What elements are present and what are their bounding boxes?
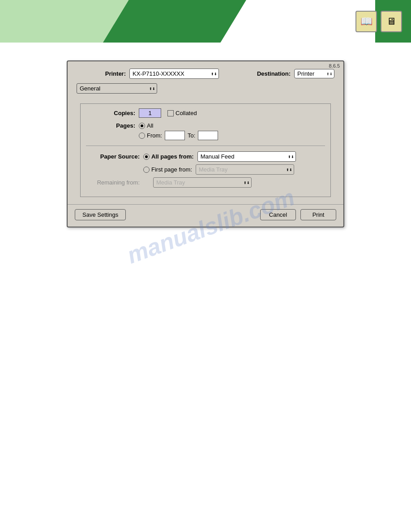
header-bar: 📖 🖥 (0, 0, 411, 43)
collated-text: Collated (176, 110, 197, 116)
destination-select[interactable]: Printer (294, 69, 334, 78)
all-pages-row: Paper Source: All pages from: Manual Fee… (86, 151, 325, 162)
print-button[interactable]: Print (300, 209, 336, 220)
pages-from-input[interactable] (165, 131, 185, 140)
dialog-version: 8.6.5 (329, 63, 340, 69)
general-select[interactable]: General (77, 83, 157, 94)
book-icon-button[interactable]: 📖 (355, 11, 377, 32)
printer-label: Printer: (77, 70, 126, 77)
collated-checkbox[interactable] (167, 110, 174, 116)
all-pages-select[interactable]: Manual Feed Media Tray (197, 151, 296, 162)
dialog-inner-section: Copies: Collated Pages: All (80, 103, 331, 197)
general-select-wrapper[interactable]: General (77, 83, 157, 94)
first-page-select-wrapper[interactable]: Media Tray (196, 164, 294, 175)
pages-section: Pages: All From: To: (86, 122, 325, 140)
all-pages-label: All pages from: (151, 153, 194, 160)
first-page-row: First page from: Media Tray (86, 164, 325, 175)
all-pages-radio[interactable] (143, 154, 150, 160)
first-page-select[interactable]: Media Tray (196, 164, 294, 175)
main-content: 8.6.5 Printer: KX-P7110-XXXXXX Destinati… (0, 43, 411, 245)
copies-label: Copies: (86, 110, 135, 116)
pages-to-text: To: (188, 132, 195, 139)
copies-input[interactable] (139, 108, 161, 118)
paper-source-label: Paper Source: (86, 153, 140, 160)
header-icons: 📖 🖥 (355, 11, 402, 32)
printer-select-wrapper[interactable]: KX-P7110-XXXXXX (129, 69, 219, 79)
general-tab-row: General (77, 83, 334, 98)
dialog-footer: Save Settings Cancel Print (68, 204, 343, 227)
remaining-select[interactable]: Media Tray (153, 177, 252, 188)
pages-to-input[interactable] (198, 131, 218, 140)
separator (86, 146, 325, 146)
printer-select[interactable]: KX-P7110-XXXXXX (129, 69, 219, 79)
remaining-select-wrapper[interactable]: Media Tray (153, 177, 252, 188)
first-page-label: First page from: (151, 166, 192, 173)
paper-source-section: Paper Source: All pages from: Manual Fee… (86, 151, 325, 188)
first-page-radio[interactable] (143, 167, 150, 173)
dialog-body: Printer: KX-P7110-XXXXXX Destination: Pr… (68, 61, 343, 204)
remaining-label: Remaining from: (86, 179, 140, 186)
copies-row: Copies: Collated (86, 108, 325, 118)
destination-label: Destination: (257, 70, 291, 77)
save-settings-button[interactable]: Save Settings (75, 209, 126, 220)
all-pages-select-wrapper[interactable]: Manual Feed Media Tray (197, 151, 296, 162)
pages-all-text: All (147, 122, 153, 129)
remaining-row: Remaining from: Media Tray (86, 177, 325, 188)
print-dialog: 8.6.5 Printer: KX-P7110-XXXXXX Destinati… (67, 60, 344, 227)
printer-row: Printer: KX-P7110-XXXXXX Destination: Pr… (77, 69, 334, 79)
pages-label-row: Pages: All (86, 122, 325, 129)
cancel-button[interactable]: Cancel (260, 209, 296, 220)
pages-from-row: From: To: (139, 131, 325, 140)
pages-from-radio[interactable] (139, 133, 145, 139)
pages-all-radio[interactable] (139, 123, 145, 129)
footer-right-buttons: Cancel Print (260, 209, 336, 220)
book-icon: 📖 (360, 16, 372, 27)
pages-from-text: From: (147, 132, 162, 139)
pages-label: Pages: (86, 122, 135, 129)
monitor-icon: 🖥 (386, 16, 396, 27)
monitor-icon-button[interactable]: 🖥 (381, 11, 402, 32)
destination-select-wrapper[interactable]: Printer (294, 69, 334, 78)
collated-label[interactable]: Collated (167, 110, 197, 116)
